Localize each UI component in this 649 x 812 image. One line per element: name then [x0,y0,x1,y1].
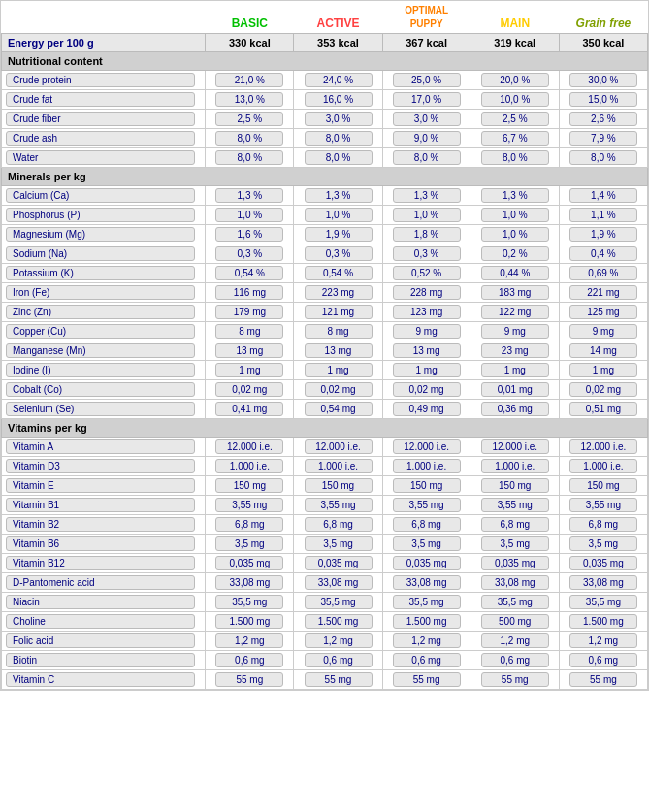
cell-grainfree: 14 mg [559,341,647,360]
cell-optimal: 55 mg [382,669,471,689]
table-row: Vitamin B13,55 mg3,55 mg3,55 mg3,55 mg3,… [2,495,648,514]
cell-optimal: 1.500 mg [382,611,471,631]
cell-grainfree: 0,035 mg [559,553,647,572]
cell-active: 8 mg [294,321,382,341]
row-label: Vitamin B6 [2,534,206,553]
cell-active: 1,2 mg [294,631,382,650]
cell-main: 183 mg [471,282,559,302]
table-row: Choline1.500 mg1.500 mg1.500 mg500 mg1.5… [2,611,648,631]
table-row: Selenium (Se)0,41 mg0,54 mg0,49 mg0,36 m… [2,399,648,418]
cell-grainfree: 0,02 mg [559,379,647,399]
cell-optimal: 33,08 mg [382,572,471,592]
row-label: Crude ash [2,128,206,147]
row-label: Niacin [2,592,206,611]
cell-main: 20,0 % [471,70,559,89]
cell-main: 3,5 mg [471,534,559,553]
table-row: Iron (Fe)116 mg223 mg228 mg183 mg221 mg [2,282,648,302]
row-label: Potassium (K) [2,263,206,282]
row-label: Biotin [2,650,206,669]
cell-grainfree: 1,4 % [559,185,647,205]
cell-active: 24,0 % [294,70,382,89]
row-label: Vitamin B2 [2,514,206,534]
cell-optimal: 150 mg [382,475,471,495]
cell-grainfree: 35,5 mg [559,592,647,611]
cell-grainfree: 1 mg [559,360,647,379]
cell-basic: 116 mg [206,282,294,302]
cell-optimal: 25,0 % [382,70,471,89]
cell-optimal: 1,8 % [382,224,471,244]
cell-active: 3,55 mg [294,495,382,514]
column-headers: BASIC ACTIVE OPTIMAL PUPPY MAIN Grain fr… [2,1,648,33]
cell-main: 3,55 mg [471,495,559,514]
cell-active: 1.500 mg [294,611,382,631]
row-label: Magnesium (Mg) [2,224,206,244]
cell-grainfree: 0,51 mg [559,399,647,418]
table-row: Vitamin D31.000 i.e.1.000 i.e.1.000 i.e.… [2,456,648,475]
table-row: Vitamin B63,5 mg3,5 mg3,5 mg3,5 mg3,5 mg [2,534,648,553]
cell-basic: 55 mg [206,669,294,689]
cell-optimal: 1.000 i.e. [382,456,471,475]
table-row: Iodine (I)1 mg1 mg1 mg1 mg1 mg [2,360,648,379]
row-label: Cobalt (Co) [2,379,206,399]
cell-active: 3,5 mg [294,534,382,553]
row-label: Phosphorus (P) [2,205,206,224]
cell-active: 8,0 % [294,147,382,167]
cell-optimal: 123 mg [382,302,471,321]
cell-basic: 13,0 % [206,89,294,109]
cell-optimal: 0,02 mg [382,379,471,399]
cell-main: 8,0 % [471,147,559,167]
row-label: Crude fiber [2,109,206,128]
energy-label: Energy per 100 g [2,33,206,51]
row-label: Calcium (Ca) [2,185,206,205]
cell-grainfree: 150 mg [559,475,647,495]
cell-active: 8,0 % [294,128,382,147]
row-label: Iron (Fe) [2,282,206,302]
cell-main: 0,035 mg [471,553,559,572]
cell-grainfree: 221 mg [559,282,647,302]
table-row: Calcium (Ca)1,3 %1,3 %1,3 %1,3 %1,4 % [2,185,648,205]
cell-main: 500 mg [471,611,559,631]
cell-basic: 0,3 % [206,244,294,263]
cell-basic: 8 mg [206,321,294,341]
table-row: Vitamin A12.000 i.e.12.000 i.e.12.000 i.… [2,437,648,456]
energy-optimal: 367 kcal [382,33,471,51]
row-label: Folic acid [2,631,206,650]
cell-basic: 33,08 mg [206,572,294,592]
cell-optimal: 3,0 % [382,109,471,128]
cell-main: 150 mg [471,475,559,495]
energy-basic: 330 kcal [206,33,294,51]
section-header-1: Minerals per kg [2,167,648,185]
cell-grainfree: 125 mg [559,302,647,321]
cell-optimal: 0,3 % [382,244,471,263]
cell-grainfree: 6,8 mg [559,514,647,534]
nutrition-table: BASIC ACTIVE OPTIMAL PUPPY MAIN Grain fr… [0,0,649,691]
table-row: Vitamin C55 mg55 mg55 mg55 mg55 mg [2,669,648,689]
cell-active: 1.000 i.e. [294,456,382,475]
cell-active: 223 mg [294,282,382,302]
cell-active: 0,035 mg [294,553,382,572]
row-label: Zinc (Zn) [2,302,206,321]
cell-main: 1,2 mg [471,631,559,650]
cell-basic: 179 mg [206,302,294,321]
cell-grainfree: 30,0 % [559,70,647,89]
cell-main: 2,5 % [471,109,559,128]
table-row: D-Pantomenic acid33,08 mg33,08 mg33,08 m… [2,572,648,592]
cell-basic: 1,0 % [206,205,294,224]
cell-main: 33,08 mg [471,572,559,592]
cell-optimal: 0,52 % [382,263,471,282]
cell-optimal: 0,49 mg [382,399,471,418]
cell-basic: 1.500 mg [206,611,294,631]
table-row: Biotin0,6 mg0,6 mg0,6 mg0,6 mg0,6 mg [2,650,648,669]
cell-active: 0,02 mg [294,379,382,399]
cell-optimal: 0,035 mg [382,553,471,572]
energy-main: 319 kcal [471,33,559,51]
row-label: Vitamin C [2,669,206,689]
grainfree-header: Grain free [559,1,647,33]
row-label: Copper (Cu) [2,321,206,341]
cell-basic: 12.000 i.e. [206,437,294,456]
table-row: Potassium (K)0,54 %0,54 %0,52 %0,44 %0,6… [2,263,648,282]
cell-optimal: 3,5 mg [382,534,471,553]
cell-basic: 8,0 % [206,128,294,147]
cell-grainfree: 8,0 % [559,147,647,167]
cell-optimal: 13 mg [382,341,471,360]
